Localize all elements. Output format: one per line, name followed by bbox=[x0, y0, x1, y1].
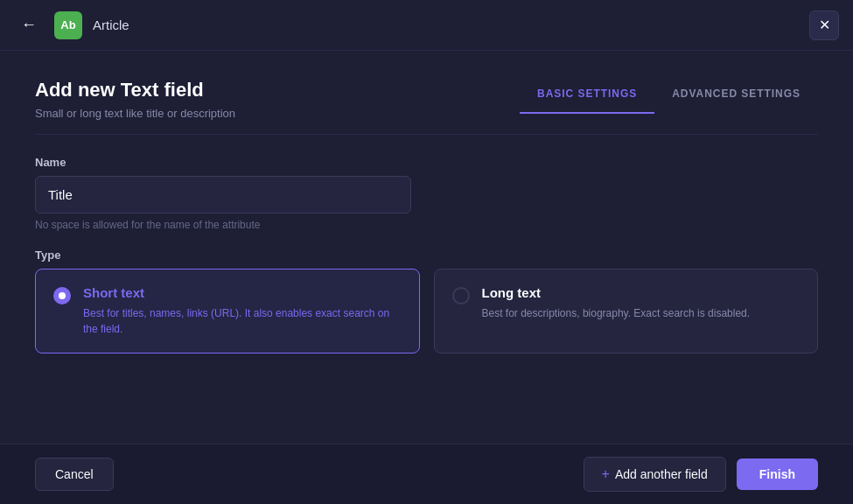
content-type-icon: Ab bbox=[54, 11, 82, 39]
add-another-field-button[interactable]: + Add another field bbox=[584, 457, 726, 492]
short-text-info: Short text Best for titles, names, links… bbox=[83, 285, 402, 337]
long-text-description: Best for descriptions, biography. Exact … bbox=[482, 305, 751, 321]
header: ← Ab Article ✕ bbox=[0, 0, 853, 51]
main-content: Add new Text field Small or long text li… bbox=[0, 51, 853, 444]
top-section: Add new Text field Small or long text li… bbox=[35, 79, 818, 135]
header-left: ← Ab Article bbox=[14, 11, 129, 39]
close-button[interactable]: ✕ bbox=[809, 10, 839, 40]
short-text-name: Short text bbox=[83, 285, 402, 300]
footer: Cancel + Add another field Finish bbox=[0, 444, 853, 504]
long-text-info: Long text Best for descriptions, biograp… bbox=[482, 285, 751, 321]
long-text-name: Long text bbox=[482, 285, 751, 300]
name-input[interactable] bbox=[35, 176, 411, 214]
add-field-label: Add another field bbox=[615, 467, 708, 481]
name-hint: No space is allowed for the name of the … bbox=[35, 219, 818, 231]
name-field-group: Name No space is allowed for the name of… bbox=[35, 156, 818, 231]
radio-inner-short-text bbox=[59, 292, 66, 299]
tab-basic-settings[interactable]: BASIC SETTINGS bbox=[520, 79, 654, 114]
type-label: Type bbox=[35, 248, 818, 262]
page-subtitle: Small or long text like title or descrip… bbox=[35, 107, 235, 120]
footer-right: + Add another field Finish bbox=[584, 457, 818, 492]
type-card-short-text[interactable]: Short text Best for titles, names, links… bbox=[35, 269, 420, 354]
finish-button[interactable]: Finish bbox=[737, 458, 818, 490]
title-block: Add new Text field Small or long text li… bbox=[35, 79, 235, 134]
plus-icon: + bbox=[602, 466, 610, 482]
header-title: Article bbox=[93, 18, 129, 32]
page-title: Add new Text field bbox=[35, 79, 235, 102]
name-label: Name bbox=[35, 156, 818, 169]
type-field-group: Type Short text Best for titles, names, … bbox=[35, 248, 818, 354]
radio-long-text bbox=[452, 287, 470, 304]
short-text-description: Best for titles, names, links (URL). It … bbox=[83, 305, 402, 337]
form-section: Name No space is allowed for the name of… bbox=[35, 156, 818, 426]
back-button[interactable]: ← bbox=[14, 12, 44, 38]
tabs: BASIC SETTINGS ADVANCED SETTINGS bbox=[520, 79, 818, 114]
tab-advanced-settings[interactable]: ADVANCED SETTINGS bbox=[654, 79, 818, 114]
type-options: Short text Best for titles, names, links… bbox=[35, 269, 818, 354]
cancel-button[interactable]: Cancel bbox=[35, 458, 114, 491]
type-card-long-text[interactable]: Long text Best for descriptions, biograp… bbox=[434, 269, 819, 354]
radio-short-text bbox=[53, 287, 71, 304]
